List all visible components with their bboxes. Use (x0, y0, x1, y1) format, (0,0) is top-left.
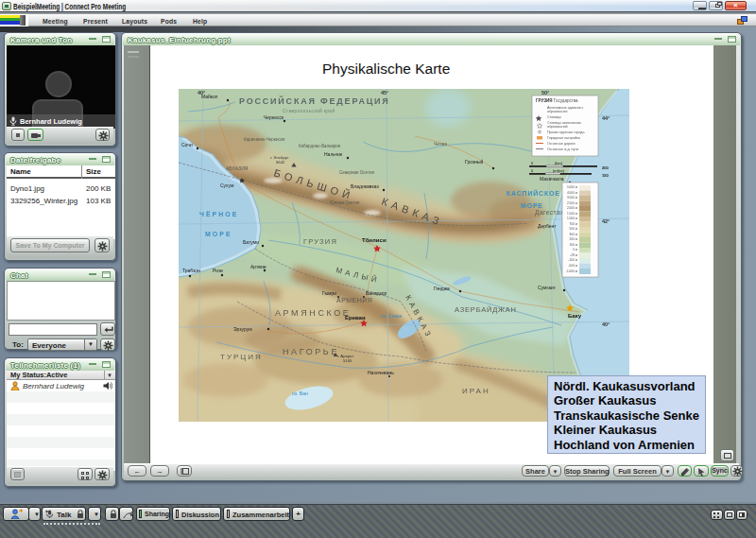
svg-text:0 м: 0 м (573, 248, 577, 252)
svg-text:-1.000 м: -1.000 м (566, 269, 577, 273)
svg-text:150: 150 (602, 173, 609, 178)
svg-text:4.000 м: 4.000 м (567, 191, 577, 195)
svg-text:АРМЯНСКОЕ: АРМЯНСКОЕ (275, 308, 351, 318)
svg-text:оз. Ван: оз. Ван (292, 390, 308, 396)
svg-text:образований: образований (547, 125, 568, 129)
svg-text:Прочие крупные города: Прочие крупные города (547, 130, 584, 134)
svg-text:Баку: Баку (568, 313, 582, 319)
svg-text:Сухум: Сухум (220, 182, 234, 188)
svg-text:Ванадзор: Ванадзор (366, 290, 387, 296)
svg-text:Столицы: Столицы (547, 115, 561, 119)
svg-text:500 м: 500 м (570, 227, 577, 231)
svg-text:НАГОРЬЕ: НАГОРЬЕ (283, 347, 339, 356)
svg-text:Махачкала: Махачкала (540, 176, 564, 182)
svg-text:Гюмри: Гюмри (322, 290, 336, 296)
svg-text:ЧЁРНОЕ: ЧЁРНОЕ (199, 211, 238, 217)
svg-text:МОРЕ: МОРЕ (521, 202, 543, 209)
svg-text:(miles): (miles) (553, 168, 565, 173)
svg-text:Сочи: Сочи (181, 142, 193, 148)
svg-text:200 м: 200 м (570, 237, 577, 241)
svg-text:-28 м: -28 м (570, 253, 577, 257)
svg-text:КАСПИЙСКОЕ: КАСПИЙСКОЕ (507, 189, 560, 197)
svg-text:Дагестан: Дагестан (535, 209, 564, 217)
svg-text:2.000 м: 2.000 м (567, 206, 577, 210)
svg-text:Черкесск: Черкесск (264, 114, 284, 120)
svg-text:(km): (km) (555, 161, 563, 165)
svg-text:Сумгаит: Сумгаит (538, 285, 557, 290)
svg-text:Тбилиси: Тбилиси (362, 237, 387, 243)
svg-text:Грозный: Грозный (465, 159, 484, 165)
svg-text:Нальчик: Нальчик (324, 151, 343, 157)
svg-text:Чечня: Чечня (434, 141, 447, 147)
svg-text:200: 200 (602, 165, 609, 170)
svg-text:ТУРЦИЯ: ТУРЦИЯ (220, 353, 263, 361)
svg-text:ИРАН: ИРАН (462, 387, 490, 395)
svg-text:АБХАЗИЯ: АБХАЗИЯ (226, 165, 249, 171)
svg-text:Батуми: Батуми (243, 239, 259, 245)
svg-text:42°: 42° (602, 218, 610, 224)
svg-text:Владикавказ: Владикавказ (351, 183, 380, 189)
svg-text:Эрзурум: Эрзурум (233, 326, 252, 332)
svg-text:АРМЕНИЯ: АРМЕНИЯ (336, 297, 372, 304)
svg-text:100 м: 100 м (570, 243, 577, 247)
svg-text:Нахичевань: Нахичевань (368, 370, 394, 375)
svg-text:5.000 м: 5.000 м (567, 185, 577, 189)
svg-text:ГРУЗИЯ: ГРУЗИЯ (303, 237, 337, 246)
svg-text:1.000 м: 1.000 м (567, 217, 577, 220)
svg-text:44°: 44° (602, 115, 610, 121)
svg-text:Гянджа: Гянджа (434, 286, 450, 291)
svg-text:Основные дороги: Основные дороги (547, 142, 575, 146)
svg-text:50°: 50° (541, 90, 549, 95)
svg-text:РОССИЙСКАЯ ФЕДЕРАЦИЯ: РОССИЙСКАЯ ФЕДЕРАЦИЯ (239, 95, 390, 106)
svg-text:оз. Севан: оз. Севан (381, 313, 403, 319)
svg-text:Кабардино-Балкария: Кабардино-Балкария (299, 144, 341, 148)
svg-text:Ризе: Ризе (213, 268, 223, 273)
svg-text:5165: 5165 (343, 358, 352, 363)
svg-text:ГРУЗИЯ Государства: ГРУЗИЯ Государства (536, 98, 578, 103)
svg-text:Южная Осетия: Южная Осетия (330, 200, 360, 205)
svg-text:Артвин: Артвин (250, 264, 266, 269)
svg-text:Карачаево-Черкесия: Карачаево-Черкесия (244, 137, 285, 142)
svg-text:МОРЕ: МОРЕ (205, 231, 232, 237)
svg-text:Основные ж.д. пути: Основные ж.д. пути (547, 148, 578, 151)
svg-text:1.500 м: 1.500 м (567, 212, 577, 216)
svg-text:-500 м: -500 м (569, 264, 577, 268)
svg-text:Дербент: Дербент (538, 223, 557, 229)
svg-text:2.500 м: 2.500 м (567, 201, 577, 205)
svg-text:700 м: 700 м (570, 222, 577, 226)
svg-text:-100 м: -100 м (569, 258, 577, 262)
svg-text:Ереван: Ереван (345, 315, 366, 321)
svg-text:3.000 м: 3.000 м (567, 196, 577, 200)
svg-text:5642: 5642 (276, 160, 285, 165)
svg-text:40°: 40° (602, 321, 610, 327)
svg-text:Городская застройка: Городская застройка (547, 136, 580, 140)
svg-text:образования: образования (547, 110, 567, 113)
svg-text:Трабзон: Трабзон (182, 268, 200, 273)
svg-text:300 м: 300 м (570, 233, 577, 236)
svg-text:45°: 45° (381, 90, 388, 95)
svg-text:Ставропольский край: Ставропольский край (283, 108, 335, 113)
svg-text:Северная Осетия: Северная Осетия (339, 170, 374, 175)
svg-text:40°: 40° (198, 90, 205, 95)
svg-text:АЗЕРБАЙДЖАН: АЗЕРБАЙДЖАН (455, 305, 517, 314)
